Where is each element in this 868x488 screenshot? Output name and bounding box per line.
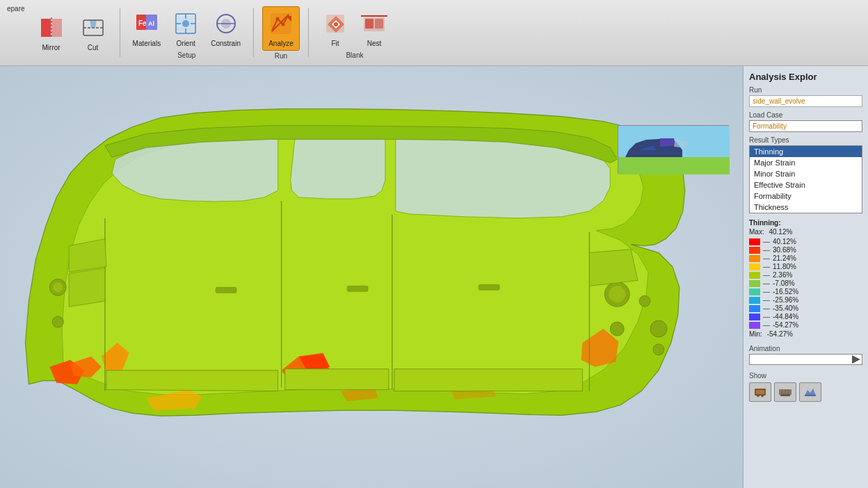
svg-point-44 [609, 286, 625, 302]
svg-point-53 [757, 394, 760, 397]
svg-rect-50 [618, 157, 730, 174]
run-value[interactable]: side_wall_evolve [749, 95, 862, 107]
legend-row-1: — 30.68% [749, 246, 862, 254]
swatch-7 [749, 297, 760, 304]
animation-bar[interactable] [749, 354, 862, 365]
blank-group-label: Blank [346, 51, 363, 59]
legend-val-6: -16.52% [773, 288, 798, 295]
svg-point-47 [650, 320, 667, 337]
legend-val-9: -44.84% [773, 313, 798, 320]
svg-point-41 [53, 282, 63, 292]
main-area: Analysis Explor Run side_wall_evolve Loa… [0, 66, 868, 488]
play-button[interactable] [852, 355, 860, 364]
svg-rect-39 [479, 284, 499, 290]
show-icon-1[interactable] [749, 382, 771, 402]
legend-min-value: -54.27% [767, 330, 793, 338]
legend-val-4: 2.36% [773, 271, 792, 279]
setup-group-label: Setup [177, 51, 195, 59]
mini-preview[interactable] [618, 125, 729, 174]
result-item-formability[interactable]: Formability [750, 190, 862, 202]
svg-point-48 [653, 344, 664, 355]
svg-point-54 [761, 394, 764, 397]
legend-row-2: — 21.24% [749, 254, 862, 262]
animation-section: Animation [749, 345, 862, 365]
run-group-label: Run [275, 52, 287, 60]
constrain-label: Constrain [211, 40, 241, 47]
legend-row-8: — -35.40% [749, 304, 862, 312]
analyze-icon [267, 10, 295, 38]
materials-button[interactable]: Fe Al Materials [129, 7, 166, 50]
swatch-4 [749, 272, 760, 279]
show-label: Show [749, 372, 862, 380]
legend-val-10: -54.27% [773, 321, 798, 329]
result-item-effective-strain[interactable]: Effective Strain [750, 179, 862, 190]
cut-icon [79, 14, 107, 42]
fit-icon [321, 10, 349, 38]
result-item-major-strain[interactable]: Major Strain [750, 157, 862, 168]
svg-point-28 [334, 22, 338, 26]
nest-label: Nest [367, 40, 382, 47]
separator-1 [120, 8, 120, 57]
svg-rect-52 [756, 390, 764, 394]
legend-val-5: -7.08% [773, 279, 795, 287]
nest-icon [360, 10, 388, 38]
result-item-thickness[interactable]: Thickness [750, 202, 862, 213]
svg-marker-1 [52, 19, 62, 37]
color-legend: Thinning: Max: 40.12% — 40.12% — 30.68% … [749, 219, 862, 338]
legend-max-row: Max: 40.12% [749, 228, 862, 236]
result-item-thinning[interactable]: Thinning [750, 146, 862, 157]
svg-point-12 [182, 20, 189, 27]
show-section: Show [749, 372, 862, 402]
materials-label: Materials [133, 40, 161, 47]
svg-point-42 [52, 316, 63, 327]
swatch-9 [749, 314, 760, 320]
legend-val-1: 30.68% [773, 246, 796, 254]
svg-text:Fe: Fe [138, 19, 147, 27]
legend-row-6: — -16.52% [749, 288, 862, 295]
legend-val-0: 40.12% [773, 238, 796, 245]
show-icon-2[interactable] [774, 382, 796, 402]
result-item-minor-strain[interactable]: Minor Strain [750, 168, 862, 179]
nest-button[interactable]: Nest [356, 7, 392, 50]
show-icon-3[interactable] [799, 382, 821, 402]
swatch-3 [749, 263, 760, 270]
svg-rect-38 [347, 286, 368, 291]
swatch-2 [749, 255, 760, 262]
result-types-label: Result Types [749, 136, 862, 144]
legend-val-2: 21.24% [773, 254, 796, 262]
load-case-label: Load Case [749, 111, 862, 119]
swatch-6 [749, 288, 760, 295]
svg-point-45 [610, 322, 624, 336]
svg-text:Al: Al [148, 20, 154, 27]
prepare-label: epare [7, 5, 25, 13]
orient-icon [172, 10, 200, 38]
svg-marker-5 [90, 20, 97, 28]
legend-val-3: 11.80% [773, 263, 796, 270]
legend-max-label: Max: [749, 228, 764, 236]
orient-button[interactable]: Orient [168, 7, 204, 50]
svg-rect-31 [375, 19, 383, 29]
analyze-button[interactable]: Analyze [262, 6, 300, 51]
legend-title: Thinning: [749, 219, 862, 227]
separator-3 [308, 8, 309, 57]
analysis-panel: Analysis Explor Run side_wall_evolve Loa… [743, 66, 868, 488]
panel-title: Analysis Explor [749, 72, 862, 82]
viewport[interactable] [0, 66, 743, 488]
legend-row-3: — 11.80% [749, 263, 862, 270]
legend-row-0: — 40.12% [749, 238, 862, 245]
mirror-button[interactable]: Mirror [33, 11, 70, 54]
constrain-button[interactable]: Constrain [207, 7, 245, 50]
legend-row-4: — 2.36% [749, 271, 862, 279]
fit-button[interactable]: Fit [317, 7, 353, 50]
svg-point-46 [639, 295, 650, 307]
orient-label: Orient [177, 40, 195, 47]
cut-button[interactable]: Cut [75, 11, 111, 54]
animation-label: Animation [749, 345, 862, 352]
load-case-dropdown[interactable]: Formability [749, 120, 862, 132]
legend-val-7: -25.96% [773, 296, 798, 304]
legend-row-5: — -7.08% [749, 279, 862, 287]
show-icons-row [749, 382, 862, 402]
mirror-icon [38, 14, 65, 42]
swatch-1 [749, 247, 760, 254]
legend-row-10: — -54.27% [749, 321, 862, 329]
